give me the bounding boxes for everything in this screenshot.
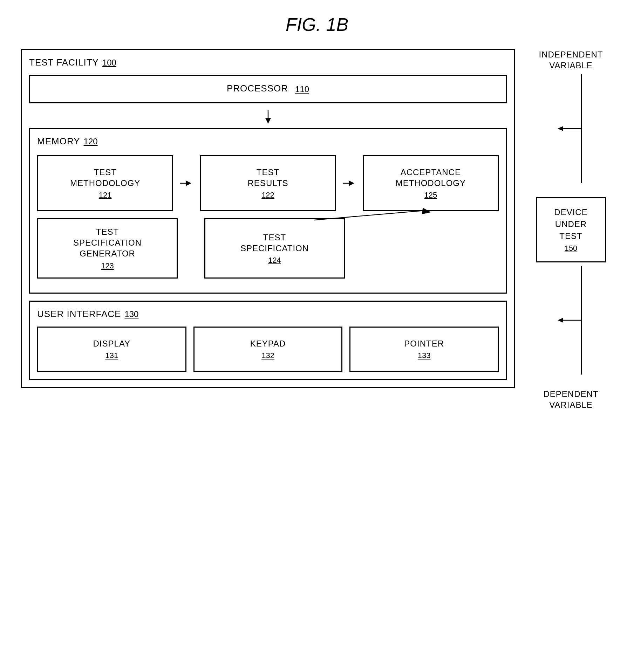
pointer-number: 133 [418, 351, 431, 360]
test-specification-label: TESTSPECIFICATION [240, 232, 309, 254]
memory-row-2: TESTSPECIFICATIONGENERATOR 123 TESTSPECI… [37, 218, 499, 279]
side-panel: INDEPENDENTVARIABLE DEVICEUNDERTEST 150 … [529, 49, 613, 411]
processor-box: PROCESSOR 110 [29, 75, 507, 103]
keypad-cell: KEYPAD 132 [193, 327, 343, 372]
right-bracket-bottom [557, 266, 585, 385]
results-to-acceptance-arrow [343, 155, 356, 211]
page-title: FIG. 1B [286, 14, 348, 35]
spacer-1 [185, 218, 197, 279]
independent-variable-label: INDEPENDENTVARIABLE [539, 49, 603, 71]
right-bracket-top [557, 74, 585, 193]
test-results-label: TESTRESULTS [248, 167, 288, 188]
svg-marker-13 [558, 318, 563, 323]
memory-label-row: MEMORY 120 [37, 136, 499, 148]
test-methodology-number: 121 [99, 191, 112, 200]
test-results-cell: TESTRESULTS 122 [200, 155, 336, 211]
pointer-cell: POINTER 133 [349, 327, 499, 372]
processor-to-memory-arrow [29, 110, 507, 124]
display-cell: DISPLAY 131 [37, 327, 186, 372]
processor-label: PROCESSOR [227, 83, 288, 94]
test-methodology-cell: TESTMETHODOLOGY 121 [37, 155, 173, 211]
memory-row-1: TESTMETHODOLOGY 121 TESTRESULTS 122 [37, 155, 499, 211]
test-spec-generator-cell: TESTSPECIFICATIONGENERATOR 123 [37, 218, 178, 279]
svg-marker-5 [349, 180, 354, 186]
main-layout: TEST FACILITY 100 PROCESSOR 110 MEMORY 1… [21, 49, 613, 411]
spacer-2 [352, 218, 364, 279]
memory-number: 120 [84, 137, 98, 146]
ui-number: 130 [124, 309, 138, 319]
keypad-label: KEYPAD [250, 338, 286, 349]
test-facility-number: 100 [102, 58, 116, 68]
test-facility-label-row: TEST FACILITY 100 [29, 57, 507, 69]
display-label: DISPLAY [93, 338, 131, 349]
svg-marker-10 [558, 126, 563, 131]
memory-box: MEMORY 120 TESTMETHODOLOGY 121 [29, 128, 507, 294]
dut-box: DEVICEUNDERTEST 150 [536, 197, 606, 262]
pointer-label: POINTER [404, 338, 444, 349]
test-spec-generator-label: TESTSPECIFICATIONGENERATOR [73, 226, 142, 259]
dut-number: 150 [544, 244, 598, 253]
test-facility-box: TEST FACILITY 100 PROCESSOR 110 MEMORY 1… [21, 49, 515, 388]
spacer-3 [371, 218, 499, 279]
user-interface-box: USER INTERFACE 130 DISPLAY 131 KEYPAD 13… [29, 301, 507, 380]
acceptance-methodology-cell: ACCEPTANCEMETHODOLOGY 125 [363, 155, 499, 211]
test-spec-generator-number: 123 [101, 261, 114, 270]
acceptance-methodology-number: 125 [424, 191, 437, 200]
dut-label: DEVICEUNDERTEST [544, 206, 598, 242]
test-results-number: 122 [261, 191, 274, 200]
test-methodology-label: TESTMETHODOLOGY [70, 167, 140, 188]
display-number: 131 [105, 351, 118, 360]
memory-label: MEMORY [37, 136, 80, 147]
test-specification-cell: TESTSPECIFICATION 124 [204, 218, 345, 279]
svg-marker-3 [186, 180, 191, 186]
acceptance-methodology-label: ACCEPTANCEMETHODOLOGY [396, 167, 466, 188]
keypad-number: 132 [261, 351, 274, 360]
ui-label: USER INTERFACE [37, 309, 121, 320]
test-facility-label: TEST FACILITY [29, 57, 99, 68]
dependent-variable-label: DEPENDENTVARIABLE [543, 389, 598, 410]
ui-grid: DISPLAY 131 KEYPAD 132 POINTER 133 [37, 327, 499, 372]
processor-number: 110 [295, 84, 309, 94]
test-specification-number: 124 [268, 256, 281, 265]
ui-label-row: USER INTERFACE 130 [37, 309, 499, 321]
svg-marker-1 [265, 118, 271, 124]
methodology-to-results-arrow [180, 155, 193, 211]
